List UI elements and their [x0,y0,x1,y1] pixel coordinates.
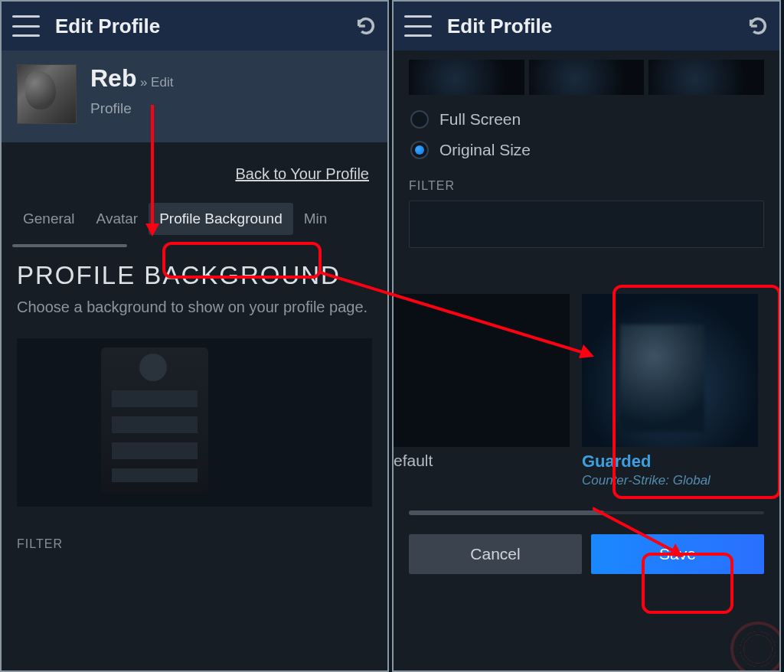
radio-original-size[interactable]: Original Size [394,135,779,165]
thumbnail[interactable] [648,60,764,95]
tab-avatar[interactable]: Avatar [86,203,149,235]
background-card-default[interactable]: efault [394,294,570,488]
breadcrumb: » Edit [140,75,173,90]
backlink-row: Back to Your Profile [2,142,387,197]
page-title: Edit Profile [55,15,355,38]
background-card-guarded[interactable]: Guarded Counter-Strike: Global [582,294,758,488]
back-to-profile-link[interactable]: Back to Your Profile [235,165,369,182]
radio-icon [410,110,429,129]
filter-label: FILTER [394,165,779,193]
tab-general[interactable]: General [12,203,86,235]
thumbnail[interactable] [529,60,645,95]
menu-icon[interactable] [404,15,432,37]
thumbnail[interactable] [409,60,524,95]
refresh-icon[interactable] [747,15,769,37]
background-options: efault Guarded Counter-Strike: Global [394,294,779,488]
save-button[interactable]: Save [591,534,764,574]
button-row: Cancel Save [409,534,764,574]
radio-icon [410,141,429,159]
username: Reb [90,64,136,92]
radio-label: Full Screen [439,110,521,129]
section-title: PROFILE BACKGROUND [2,247,387,293]
preview-mock-icon [101,347,208,493]
watermark-icon [730,621,781,672]
section-description: Choose a background to show on your prof… [2,293,387,335]
thumbnail-row [409,60,764,95]
breadcrumb-line2: Profile [90,100,173,117]
card-subtitle: Counter-Strike: Global [582,473,758,488]
background-preview[interactable] [17,338,372,507]
cancel-button[interactable]: Cancel [409,534,582,574]
filter-label: FILTER [2,507,387,551]
card-title: Guarded [582,452,758,471]
filter-input[interactable] [409,201,764,248]
tab-profile-background[interactable]: Profile Background [149,203,293,235]
avatar[interactable] [17,64,77,124]
horizontal-scrollbar[interactable] [409,511,764,514]
radio-label: Original Size [439,141,531,159]
card-label: efault [394,452,570,470]
radio-full-screen[interactable]: Full Screen [394,104,779,135]
tabs: General Avatar Profile Background Min [2,197,387,235]
scrollbar-thumb[interactable] [409,511,604,515]
tab-min[interactable]: Min [293,203,338,235]
header: Edit Profile [394,2,779,51]
page-title: Edit Profile [447,15,747,38]
header: Edit Profile [2,2,387,51]
refresh-icon[interactable] [355,15,377,37]
menu-icon[interactable] [12,15,40,37]
profile-header: Reb » Edit Profile [2,51,387,142]
